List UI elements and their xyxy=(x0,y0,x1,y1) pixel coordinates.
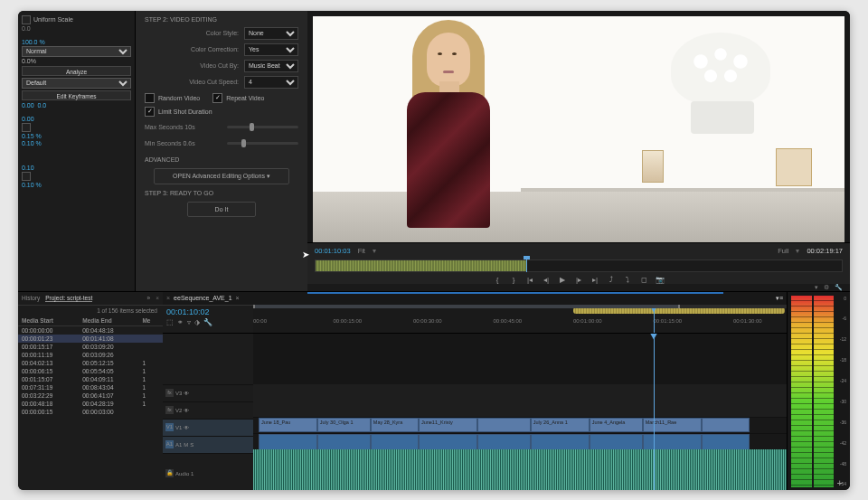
sequence-tab[interactable]: eeSequence_AVE_1 xyxy=(174,295,231,301)
table-row[interactable]: 00:03:22:2900:06:41:071 xyxy=(18,392,163,400)
flowers-prop xyxy=(671,33,770,105)
work-area-bar[interactable] xyxy=(573,307,785,314)
video-clip[interactable]: July 26_Anna 1 xyxy=(531,418,590,432)
video-clip[interactable] xyxy=(477,418,531,432)
ruler-tick: 00:01:30:00 xyxy=(733,318,762,324)
premiere-app: Uniform Scale 0.0 100.0 % Normal 0.0% An… xyxy=(18,11,850,490)
color-style-select[interactable]: None xyxy=(244,27,298,40)
max-seconds-slider[interactable] xyxy=(227,126,298,128)
project-panel: History Project: script-test »× 1 of 156… xyxy=(18,292,163,490)
timeline-track-area[interactable]: June 18_PauJuly 30_Olga 1May 28_KyraJune… xyxy=(253,334,787,490)
program-monitor: 00:01:10:03 Fit▾ Full▾ 00:02:19:17 { } |… xyxy=(307,11,850,291)
track-header-audio1[interactable]: 🔒Audio 1 xyxy=(163,454,253,490)
blend-mode-select[interactable]: Normal xyxy=(22,46,131,57)
in-out-bar[interactable] xyxy=(253,305,787,308)
items-selected-label: 1 of 156 items selected xyxy=(18,306,163,316)
project-tab[interactable]: Project: script-test xyxy=(45,295,92,302)
ruler-tick: 00:01:00:00 xyxy=(573,318,602,324)
min-seconds-slider[interactable] xyxy=(227,142,298,145)
preset-select[interactable]: Default xyxy=(22,78,131,89)
track-header-v3[interactable]: fxV3👁 xyxy=(163,385,253,402)
video-clip[interactable]: May 28_Kyra xyxy=(371,418,419,432)
zoom-full[interactable]: Full xyxy=(778,247,788,255)
table-row[interactable]: 00:00:00:0000:04:48:18 xyxy=(18,325,163,335)
ruler-tick: 00:01:15:00 xyxy=(654,318,683,324)
table-row[interactable]: 00:04:02:1300:05:12:151 xyxy=(18,359,163,367)
timeline-panel: ×eeSequence_AVE_1×▾≡ 00:01:10:02 ⬚ ⚭ ▿ ⬗… xyxy=(163,292,787,490)
wrench-icon[interactable]: 🔧 xyxy=(835,284,843,291)
program-playhead[interactable] xyxy=(526,259,527,272)
audio-meter-left xyxy=(791,296,812,487)
do-it-button[interactable]: Do It xyxy=(187,202,257,217)
history-tab[interactable]: History xyxy=(22,295,40,301)
video-clip[interactable]: June11_Kristy xyxy=(419,418,477,432)
ruler-tick: 00:00 xyxy=(253,318,267,324)
table-row[interactable]: 00:00:11:1900:03:09:26 xyxy=(18,351,163,359)
track-headers: fxV3👁 fxV2👁 V1V1👁 A1A1MS 🔒Audio 1 🔒Audio… xyxy=(163,334,253,490)
video-editing-panel: STEP 2: VIDEO EDITING Color Style:None C… xyxy=(136,11,307,291)
opacity-value[interactable]: 100.0 % xyxy=(22,39,131,45)
ruler-tick: 00:00:45:00 xyxy=(494,318,523,324)
track-header-v1[interactable]: V1V1👁 xyxy=(163,420,253,437)
program-timecode-right: 00:02:19:17 xyxy=(807,247,843,255)
snap-icon[interactable]: ⬚ xyxy=(166,318,174,326)
video-clip[interactable]: June 4_Angela xyxy=(590,418,643,432)
open-advanced-button[interactable]: OPEN Advanced Editing Options ▾ xyxy=(154,168,289,184)
analyze-button[interactable]: Analyze xyxy=(22,66,131,76)
settings-icon[interactable]: ⚙ xyxy=(824,284,829,291)
button-editor-icon[interactable]: + xyxy=(837,477,843,488)
video-cut-by-select[interactable]: Music Beat xyxy=(244,60,298,72)
edit-keyframes-button[interactable]: Edit Keyframes xyxy=(22,90,131,100)
gucci-box-prop xyxy=(776,148,812,186)
video-clip[interactable] xyxy=(702,418,750,432)
timeline-timecode[interactable]: 00:01:10:02 xyxy=(166,307,250,316)
audio-meter-right xyxy=(814,296,835,487)
table-row[interactable]: 00:00:01:2300:01:41:08 xyxy=(18,335,163,343)
limit-shot-checkbox[interactable]: ✓ xyxy=(145,107,155,117)
color-correction-select[interactable]: Yes xyxy=(244,43,298,56)
video-cut-speed-select[interactable]: 4 xyxy=(244,76,298,89)
track-header-a1[interactable]: A1A1MS xyxy=(163,437,253,454)
timeline-playhead-indicator[interactable] xyxy=(654,306,655,333)
track-header-v2[interactable]: fxV2👁 xyxy=(163,402,253,420)
table-row[interactable]: 00:00:48:1800:04:28:191 xyxy=(18,400,163,408)
wrench-icon[interactable]: 🔧 xyxy=(203,318,212,326)
video-clip[interactable]: June 18_Pau xyxy=(259,418,317,432)
random-video-checkbox[interactable] xyxy=(145,93,155,103)
table-row[interactable]: 00:01:15:0700:04:09:111 xyxy=(18,375,163,383)
perfume-prop xyxy=(642,150,664,183)
table-row[interactable]: 00:00:00:1500:00:03:00 xyxy=(18,408,163,416)
step3-header: STEP 3: READY TO GO xyxy=(145,190,298,196)
linked-selection-icon[interactable]: ⚭ xyxy=(177,318,184,326)
marker-icon[interactable]: ▿ xyxy=(187,318,191,326)
program-playbar: 00:01:10:03 Fit▾ Full▾ 00:02:19:17 { } |… xyxy=(307,242,850,284)
zero-pct: 0.0% xyxy=(22,58,131,64)
program-scrubber[interactable] xyxy=(315,259,843,272)
settings-icon[interactable]: ⬗ xyxy=(194,318,200,326)
table-row[interactable]: 00:07:31:1900:08:43:041 xyxy=(18,383,163,392)
audio-meters: 0-6-12-18-24-30-36-42-48-54 xyxy=(787,292,850,490)
uniform-scale-row[interactable]: Uniform Scale xyxy=(22,15,131,24)
effect-controls-panel: Uniform Scale 0.0 100.0 % Normal 0.0% An… xyxy=(18,11,136,291)
video-clip[interactable]: March11_Rae xyxy=(643,418,702,432)
filter-icon[interactable]: ▾ xyxy=(815,284,818,291)
timeline-ruler[interactable]: 00:0000:00:15:0000:00:30:0000:00:45:0000… xyxy=(253,306,787,333)
timeline-playhead[interactable] xyxy=(654,334,655,490)
repeat-video-checkbox[interactable]: ✓ xyxy=(212,93,222,103)
program-timecode-left[interactable]: 00:01:10:03 xyxy=(315,247,351,255)
table-row[interactable]: 00:00:15:1700:03:09:20 xyxy=(18,343,163,351)
ruler-tick: 00:00:30:00 xyxy=(413,318,442,324)
ruler-tick: 00:00:15:00 xyxy=(334,318,363,324)
advanced-header: ADVANCED xyxy=(145,156,298,163)
zoom-fit[interactable]: Fit xyxy=(358,247,365,255)
program-monitor-canvas[interactable] xyxy=(313,16,844,242)
project-table[interactable]: Media StartMedia EndMe 00:00:00:0000:04:… xyxy=(18,316,163,416)
table-row[interactable]: 00:00:06:1500:05:54:051 xyxy=(18,367,163,375)
step2-header: STEP 2: VIDEO EDITING xyxy=(145,16,298,23)
video-clip[interactable]: July 30_Olga 1 xyxy=(317,418,371,432)
